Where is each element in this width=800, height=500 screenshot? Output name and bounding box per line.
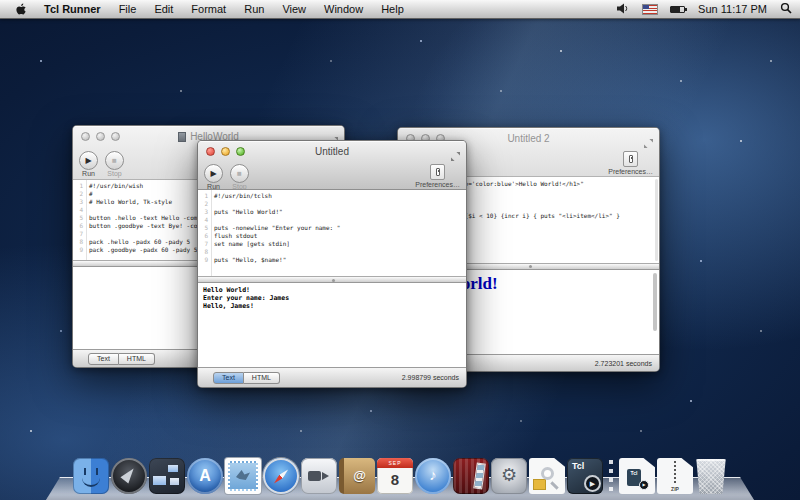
- dock-address-book-icon[interactable]: @: [339, 458, 375, 494]
- run-label: Run: [79, 170, 98, 177]
- photo-strip-icon: [473, 463, 486, 490]
- html-view-button[interactable]: HTML: [119, 353, 155, 365]
- dock-system-preferences-icon[interactable]: ⚙: [491, 458, 527, 494]
- dock-safari-icon[interactable]: [263, 458, 299, 494]
- code-text: [208, 200, 214, 208]
- code-text: #: [83, 190, 93, 198]
- line-number: 6: [73, 222, 83, 230]
- fullscreen-icon[interactable]: [451, 147, 460, 156]
- dock-mail-icon[interactable]: [225, 458, 261, 494]
- code-line: 8: [198, 248, 466, 256]
- menu-file[interactable]: File: [110, 3, 146, 15]
- minimize-button[interactable]: [221, 147, 230, 156]
- stamp-icon: [228, 461, 258, 491]
- apple-menu[interactable]: [8, 3, 35, 16]
- elapsed-time: 2.723201 seconds: [595, 360, 652, 367]
- line-number: 5: [73, 214, 83, 222]
- menu-run[interactable]: Run: [235, 3, 273, 15]
- dock-tcl-document-icon[interactable]: Tcl ▶: [619, 458, 655, 494]
- line-number: 8: [198, 248, 208, 256]
- volume-icon[interactable]: [617, 3, 630, 16]
- tcl-label: Tcl: [572, 461, 584, 471]
- elapsed-time: 2.998799 seconds: [402, 374, 459, 381]
- menu-bar-clock[interactable]: Sun 11:17 PM: [698, 3, 767, 15]
- menu-window[interactable]: Window: [315, 3, 372, 15]
- line-number: 1: [73, 182, 83, 190]
- dock-photo-booth-icon[interactable]: [453, 458, 489, 494]
- code-line: 5puts -nonewline "Enter your name: ": [198, 224, 466, 232]
- text-view-button[interactable]: Text: [88, 353, 119, 365]
- close-button[interactable]: [206, 147, 215, 156]
- stop-button[interactable]: ■ Stop: [105, 151, 124, 177]
- code-text: puts "Hello World!": [208, 208, 283, 216]
- app-menu[interactable]: Tcl Runner: [35, 3, 110, 15]
- run-button[interactable]: ▶ Run: [204, 164, 223, 190]
- output-scrollbar[interactable]: [653, 273, 657, 331]
- window-untitled: Untitled ▶ Run ■ Stop Preferences… 1#!/u…: [197, 140, 467, 388]
- input-language-flag-icon[interactable]: [643, 5, 657, 14]
- menu-format[interactable]: Format: [182, 3, 235, 15]
- output-area[interactable]: Hello World! Enter your name: James Hell…: [198, 283, 466, 367]
- dock-ical-icon[interactable]: SEP 8: [377, 458, 413, 494]
- dock-zip-archive-icon[interactable]: ZIP: [657, 458, 693, 494]
- menu-view[interactable]: View: [273, 3, 315, 15]
- line-number: 4: [198, 216, 208, 224]
- stop-button[interactable]: ■ Stop: [230, 164, 249, 190]
- spotlight-icon[interactable]: [780, 2, 792, 16]
- code-text: [83, 206, 89, 214]
- code-text: [83, 230, 89, 238]
- preferences-label: Preferences…: [608, 168, 653, 175]
- zoom-button[interactable]: [236, 147, 245, 156]
- dock-tcl-runner-icon[interactable]: Tcl ▶: [567, 458, 603, 494]
- battery-icon[interactable]: [670, 6, 685, 13]
- play-badge-icon: ▶: [584, 475, 601, 492]
- dock-finder-icon[interactable]: [73, 458, 109, 494]
- html-view-button[interactable]: HTML: [244, 372, 280, 384]
- close-button[interactable]: [81, 132, 90, 141]
- dock-trash-icon[interactable]: [695, 459, 727, 494]
- dock-launchpad-icon[interactable]: [111, 458, 147, 494]
- run-button[interactable]: ▶ Run: [79, 151, 98, 177]
- line-number: 9: [198, 256, 208, 264]
- preferences-label: Preferences…: [415, 181, 460, 188]
- preferences-button[interactable]: Preferences…: [608, 151, 653, 175]
- dock-facetime-icon[interactable]: [301, 458, 337, 494]
- zoom-button[interactable]: [111, 132, 120, 141]
- toolbar: ▶ Run ■ Stop Preferences…: [198, 162, 466, 189]
- window-chrome: Untitled ▶ Run ■ Stop Preferences…: [198, 141, 466, 190]
- code-text: flush stdout: [208, 232, 257, 240]
- stop-icon: ■: [230, 164, 249, 183]
- line-number: 7: [73, 230, 83, 238]
- line-number: 4: [73, 206, 83, 214]
- code-editor[interactable]: 1#!/usr/bin/tclsh 2 3puts "Hello World!"…: [198, 190, 466, 276]
- output-line: Hello, James!: [203, 302, 461, 310]
- compass-needle-icon: [272, 467, 290, 485]
- preferences-button[interactable]: Preferences…: [415, 164, 460, 188]
- code-line: 4: [198, 216, 466, 224]
- code-line: 3puts "Hello World!": [198, 208, 466, 216]
- splitter-handle[interactable]: [198, 276, 466, 283]
- dock-app-store-icon[interactable]: A: [187, 458, 223, 494]
- code-line: 6flush stdout: [198, 232, 466, 240]
- text-view-button[interactable]: Text: [213, 372, 244, 384]
- window-title-text: Untitled 2: [507, 133, 549, 144]
- play-badge-icon: ▶: [639, 480, 649, 490]
- title-bar[interactable]: Untitled: [198, 141, 466, 162]
- minimize-button[interactable]: [96, 132, 105, 141]
- menu-edit[interactable]: Edit: [145, 3, 182, 15]
- dock-itunes-icon[interactable]: ♪: [415, 458, 451, 494]
- code-text: pack .goodbye -padx 60 -pady 5: [83, 246, 197, 254]
- code-text: puts "Hello, $name!": [208, 256, 286, 264]
- magnifier-icon: [541, 467, 554, 480]
- code-text: pack .hello -padx 60 -pady 5: [83, 238, 190, 246]
- dock-mission-control-icon[interactable]: [149, 458, 185, 494]
- menu-help[interactable]: Help: [372, 3, 413, 15]
- zip-label: ZIP: [657, 486, 693, 492]
- dock-package-viewer-icon[interactable]: [529, 458, 565, 494]
- line-number: 8: [73, 238, 83, 246]
- line-number: 3: [73, 198, 83, 206]
- code-scrollbar[interactable]: [655, 179, 658, 261]
- fullscreen-icon[interactable]: [644, 134, 653, 143]
- traffic-lights: [81, 132, 120, 141]
- code-line: 1#!/usr/bin/tclsh: [198, 192, 466, 200]
